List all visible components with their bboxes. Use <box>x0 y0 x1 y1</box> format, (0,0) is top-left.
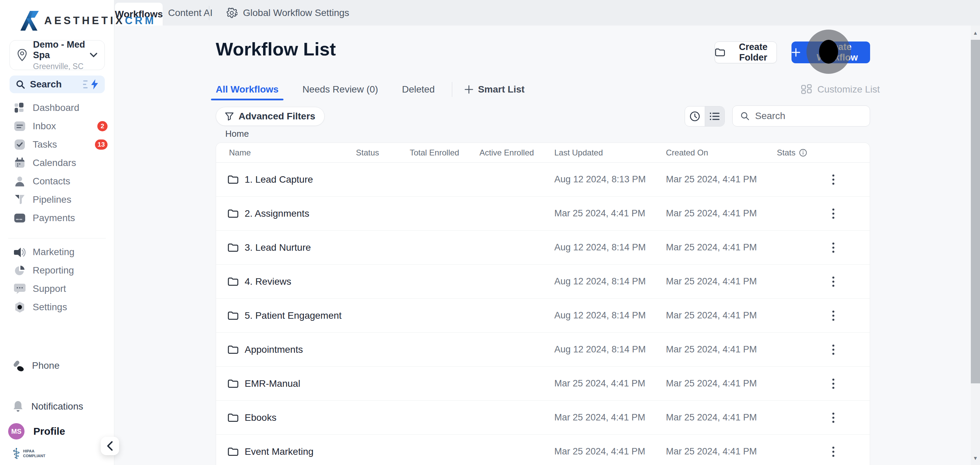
workflow-folder-name[interactable]: 2. Assignments <box>216 208 356 219</box>
table-row[interactable]: 3. Lead Nurture Aug 12 2024, 8:14 PM Mar… <box>216 231 870 265</box>
list-view-button[interactable] <box>705 106 725 126</box>
contact-icon <box>14 175 26 187</box>
megaphone-icon <box>14 246 26 258</box>
folder-icon <box>228 175 239 184</box>
workflow-folder-name[interactable]: 1. Lead Capture <box>216 174 356 185</box>
tab-all-workflows[interactable]: All Workflows <box>216 84 279 95</box>
calendar-icon <box>14 157 26 169</box>
table-search-input[interactable] <box>755 111 862 121</box>
sidebar-collapse-button[interactable] <box>101 437 119 455</box>
sidebar-item-calendars[interactable]: Calendars <box>0 154 115 172</box>
tab-deleted[interactable]: Deleted <box>402 84 435 95</box>
create-folder-button[interactable]: Create Folder <box>714 41 777 63</box>
row-actions-menu[interactable] <box>824 306 843 325</box>
sidebar-item-pipelines[interactable]: Pipelines <box>0 190 115 209</box>
topbar: Workflows Content AI Global Workflow Set… <box>115 0 980 25</box>
workflow-folder-name[interactable]: Ebooks <box>216 412 356 423</box>
global-search[interactable]: Search <box>10 76 105 93</box>
table-header-row: Name Status Total Enrolled Active Enroll… <box>216 143 870 163</box>
global-workflow-settings[interactable]: Global Workflow Settings <box>226 0 349 25</box>
sidebar-item-dashboard[interactable]: Dashboard <box>0 98 115 117</box>
tab-content-ai[interactable]: Content AI <box>168 0 213 25</box>
inbox-badge: 2 <box>97 121 108 131</box>
tab-needs-review[interactable]: Needs Review (0) <box>302 84 379 95</box>
advanced-filters-button[interactable]: Advanced Filters <box>216 107 325 126</box>
history-view-button[interactable] <box>685 106 705 126</box>
phone-icon <box>12 360 24 372</box>
table-body: 1. Lead Capture Aug 12 2024, 8:13 PM Mar… <box>216 163 870 465</box>
page-scrollbar[interactable]: ▲ ▼ <box>971 25 980 465</box>
workflow-folder-name[interactable]: Event Marketing <box>216 446 356 457</box>
customize-list-button[interactable]: Customize List <box>801 80 880 99</box>
sidebar-item-payments[interactable]: Payments <box>0 209 115 227</box>
sidebar-item-notifications[interactable]: Notifications <box>0 397 115 416</box>
table-row[interactable]: Event Marketing Mar 25 2024, 4:41 PM Mar… <box>216 435 870 465</box>
workflow-folder-name[interactable]: 5. Patient Engagement <box>216 310 356 321</box>
row-actions-menu[interactable] <box>824 272 843 291</box>
brand-logo: AESTHETIXCRM <box>0 0 114 31</box>
sidebar-item-contacts[interactable]: Contacts <box>0 172 115 190</box>
table-row[interactable]: 5. Patient Engagement Aug 12 2024, 8:14 … <box>216 299 870 333</box>
location-name: Demo - Med Spa <box>33 40 89 60</box>
column-header-status[interactable]: Status <box>356 148 410 157</box>
table-row[interactable]: EMR-Manual Mar 25 2024, 4:41 PM Mar 25 2… <box>216 367 870 401</box>
column-header-name[interactable]: Name <box>216 148 356 157</box>
table-row[interactable]: Appointments Aug 12 2024, 8:14 PM Mar 25… <box>216 333 870 367</box>
table-row[interactable]: Ebooks Mar 25 2024, 4:41 PM Mar 25 2024,… <box>216 401 870 435</box>
sidebar-item-tasks[interactable]: Tasks 13 <box>0 135 115 154</box>
workflow-folder-name[interactable]: 3. Lead Nurture <box>216 242 356 253</box>
breadcrumb: Home <box>225 129 249 139</box>
row-actions-menu[interactable] <box>824 442 843 461</box>
column-header-total-enrolled[interactable]: Total Enrolled <box>410 148 479 157</box>
row-actions-menu[interactable] <box>824 340 843 359</box>
columns-icon <box>801 84 812 95</box>
row-actions-menu[interactable] <box>824 408 843 427</box>
clock-icon <box>689 111 700 122</box>
scroll-down-arrow[interactable]: ▼ <box>971 451 980 465</box>
table-row[interactable]: 4. Reviews Aug 12 2024, 8:14 PM Mar 25 2… <box>216 265 870 299</box>
last-updated-cell: Mar 25 2024, 4:41 PM <box>554 412 666 423</box>
workflow-folder-name[interactable]: Appointments <box>216 344 356 355</box>
column-header-created-on[interactable]: Created On <box>666 148 777 157</box>
table-search <box>732 105 870 127</box>
inbox-icon <box>14 120 26 132</box>
column-header-last-updated[interactable]: Last Updated <box>554 148 666 157</box>
sidebar-item-marketing[interactable]: Marketing <box>0 243 115 261</box>
column-header-active-enrolled[interactable]: Active Enrolled <box>479 148 554 157</box>
sidebar-item-support[interactable]: Support <box>0 279 115 298</box>
main-content: Workflow List Create Folder Create Workf… <box>115 25 980 465</box>
create-workflow-button[interactable]: Create Workflow <box>791 41 870 63</box>
scrollbar-thumb[interactable] <box>971 40 980 383</box>
sidebar-item-phone[interactable]: Phone <box>0 357 115 375</box>
last-updated-cell: Aug 12 2024, 8:14 PM <box>554 276 666 287</box>
last-updated-cell: Aug 12 2024, 8:14 PM <box>554 310 666 321</box>
sidebar-item-settings[interactable]: Settings <box>0 298 115 316</box>
folder-icon <box>228 345 239 354</box>
row-actions-menu[interactable] <box>824 374 843 393</box>
sidebar-item-inbox[interactable]: Inbox 2 <box>0 117 115 135</box>
workflow-folder-name[interactable]: 4. Reviews <box>216 276 356 287</box>
workflow-list-tabs: All Workflows Needs Review (0) Deleted S… <box>216 80 525 99</box>
search-icon <box>16 79 25 89</box>
table-row[interactable]: 1. Lead Capture Aug 12 2024, 8:13 PM Mar… <box>216 163 870 197</box>
row-actions-menu[interactable] <box>824 170 843 189</box>
map-pin-icon <box>17 49 27 61</box>
pie-chart-icon <box>14 264 26 276</box>
sidebar-nav-primary: Dashboard Inbox 2 Tasks 13 <box>0 98 115 227</box>
smart-list-button[interactable]: Smart List <box>465 84 525 95</box>
last-updated-cell: Mar 25 2024, 4:41 PM <box>554 208 666 219</box>
kebab-icon <box>832 276 835 287</box>
folder-icon <box>228 311 239 321</box>
folder-icon <box>228 243 239 252</box>
location-selector[interactable]: Demo - Med Spa Greenville, SC <box>10 40 105 70</box>
table-row[interactable]: 2. Assignments Mar 25 2024, 4:41 PM Mar … <box>216 197 870 231</box>
scroll-up-arrow[interactable]: ▲ <box>971 25 980 40</box>
folder-icon <box>228 379 239 389</box>
bell-icon <box>13 401 23 412</box>
column-header-stats[interactable]: Stats <box>777 148 870 157</box>
workflow-folder-name[interactable]: EMR-Manual <box>216 378 356 389</box>
sidebar-item-profile[interactable]: MS Profile <box>0 422 115 441</box>
row-actions-menu[interactable] <box>824 238 843 257</box>
row-actions-menu[interactable] <box>824 204 843 223</box>
sidebar-item-reporting[interactable]: Reporting <box>0 261 115 279</box>
